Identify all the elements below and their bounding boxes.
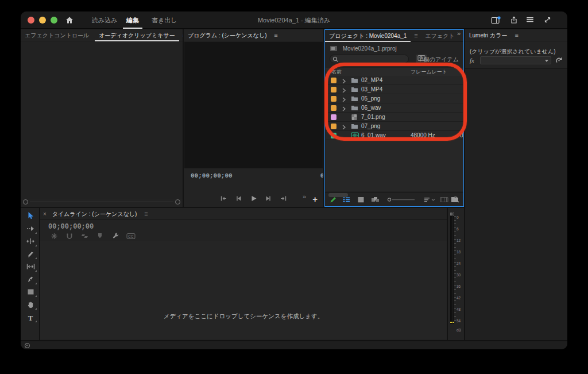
list-item[interactable]: 06_wav — [326, 103, 463, 113]
project-panel-tabs: プロジェクト : Movie0204a_1 ≡ エフェクト エッセン » — [325, 30, 463, 42]
timeline-settings-row: CC — [47, 232, 138, 240]
automate-to-sequence-icon[interactable] — [440, 196, 449, 205]
rectangle-tool[interactable] — [25, 288, 36, 298]
fullscreen-icon[interactable] — [544, 16, 551, 25]
zoom-slider[interactable] — [387, 196, 417, 205]
meter-label: 24 — [457, 261, 461, 265]
item-extra-clipped: 00 — [460, 131, 463, 140]
label-color-swatch[interactable] — [331, 87, 336, 92]
tab-timeline[interactable]: タイムライン : (シーケンスなし) — [51, 208, 141, 220]
add-button[interactable]: + — [312, 195, 318, 203]
pen-tool[interactable] — [25, 276, 36, 285]
list-item[interactable]: 02_MP4 — [326, 76, 463, 85]
panel-menu-icon[interactable]: ≡ — [513, 32, 520, 38]
search-input[interactable] — [330, 55, 409, 63]
step-back-button[interactable] — [235, 195, 242, 203]
panel-menu-icon[interactable]: ≡ — [272, 32, 279, 38]
tab-overflow-button[interactable]: » — [455, 30, 462, 37]
quick-export-icon[interactable] — [510, 16, 518, 25]
mixer-horizontal-scrollbar[interactable] — [23, 199, 180, 205]
clip-indicator-left — [450, 213, 452, 215]
razor-tool[interactable] — [25, 250, 36, 260]
fx-preset-dropdown[interactable] — [480, 56, 551, 64]
window-menu-icon[interactable] — [526, 16, 534, 24]
folder-icon — [351, 105, 358, 113]
add-marker-icon[interactable] — [93, 233, 107, 240]
project-toolbar — [325, 192, 463, 206]
transport-overflow-button[interactable]: » — [303, 193, 306, 200]
tab-export[interactable]: 書き出し — [148, 11, 181, 29]
sync-status-icon[interactable] — [25, 343, 30, 348]
close-panel-icon[interactable]: × — [40, 211, 49, 217]
scrollbar-left-handle[interactable] — [23, 199, 28, 205]
label-color-swatch[interactable] — [331, 105, 336, 111]
go-to-out-button[interactable] — [280, 195, 287, 203]
writable-pencil-icon[interactable] — [330, 196, 337, 205]
audio-meter-panel: 0 6 12 18 24 30 36 42 48 54 dB — [448, 208, 464, 340]
linked-selection-icon[interactable] — [78, 233, 92, 241]
label-color-swatch[interactable] — [331, 114, 336, 120]
label-color-swatch[interactable] — [331, 124, 336, 129]
label-color-swatch[interactable] — [331, 78, 336, 83]
tab-program-monitor[interactable]: プログラム : (シーケンスなし) — [184, 29, 271, 41]
tab-edit[interactable]: 編集 — [123, 11, 142, 29]
meter-peak-left — [450, 322, 452, 323]
breadcrumb[interactable]: Movie0204a_1.prproj — [330, 45, 397, 53]
meter-label: 42 — [457, 296, 461, 300]
slip-tool[interactable] — [25, 263, 36, 272]
close-window-button[interactable] — [28, 17, 34, 24]
home-icon[interactable] — [65, 16, 74, 25]
captions-cc-icon[interactable]: CC — [124, 233, 138, 241]
step-forward-button[interactable] — [265, 195, 272, 203]
scrollbar-right-handle[interactable] — [175, 199, 180, 205]
list-item[interactable]: 6_01.wav 48000 Hz 00 — [326, 131, 463, 140]
list-item[interactable]: 7_01.png — [326, 113, 463, 122]
tab-audio-clip-mixer[interactable]: オーディオクリップミキサー — [95, 29, 179, 41]
no-clip-message: (クリップが選択されていません) — [470, 48, 555, 56]
icon-view-icon[interactable] — [357, 196, 365, 205]
go-to-in-button[interactable] — [220, 195, 227, 203]
play-button[interactable] — [250, 195, 257, 203]
panel-menu-icon[interactable]: ≡ — [142, 210, 149, 217]
snap-magnet-icon[interactable] — [63, 233, 76, 241]
tab-effects[interactable]: エフェクト — [421, 30, 458, 42]
zoom-window-button[interactable] — [51, 17, 57, 24]
meter-label: 12 — [457, 238, 461, 242]
reset-effects-icon[interactable] — [555, 57, 563, 65]
label-color-swatch[interactable] — [331, 96, 336, 102]
new-bin-icon[interactable] — [451, 196, 459, 204]
insert-nest-icon[interactable] — [47, 233, 61, 241]
minimize-window-button[interactable] — [39, 17, 46, 24]
ripple-edit-tool[interactable] — [25, 238, 36, 247]
program-viewer — [184, 42, 323, 168]
list-item[interactable]: 03_MP4 — [326, 85, 463, 94]
column-name[interactable]: 名前 — [331, 68, 342, 76]
mixer-empty-area — [21, 42, 183, 199]
list-item[interactable]: 05_png — [326, 94, 463, 103]
list-item[interactable]: 07_png — [326, 122, 463, 131]
freeform-view-icon[interactable] — [371, 196, 380, 205]
label-color-swatch[interactable] — [331, 133, 336, 138]
hand-tool[interactable] — [25, 301, 36, 310]
tab-import[interactable]: 読み込み — [88, 11, 121, 29]
type-tool[interactable]: T — [25, 314, 36, 323]
sort-icons-icon[interactable] — [424, 196, 436, 205]
tab-effect-controls[interactable]: エフェクトコントロール — [21, 29, 93, 41]
selection-tool[interactable] — [25, 211, 36, 221]
timeline-settings-wrench-icon[interactable] — [109, 232, 122, 241]
svg-text:CC: CC — [128, 234, 134, 238]
column-framerate[interactable]: フレームレート — [411, 68, 447, 76]
track-select-forward-tool[interactable] — [25, 225, 36, 234]
folder-icon — [351, 77, 358, 86]
panel-menu-icon[interactable]: ≡ — [180, 32, 183, 38]
tab-project[interactable]: プロジェクト : Movie0204a_1 — [325, 30, 411, 42]
tab-lumetri-color[interactable]: Lumetri カラー — [465, 29, 512, 41]
program-timecode[interactable]: 00;00;00;00 — [191, 172, 233, 179]
workspace-icon[interactable] — [491, 16, 501, 25]
lumetri-content-area — [465, 68, 567, 340]
audio-clip-mixer-panel: エフェクトコントロール オーディオクリップミキサー ≡ — [21, 29, 183, 207]
timeline-timecode[interactable]: 00;00;00;00 — [48, 223, 94, 231]
timeline-drop-zone[interactable]: メディアをここにドロップしてシーケンスを作成します。 — [40, 241, 447, 339]
list-view-icon[interactable] — [342, 196, 350, 205]
panel-menu-icon[interactable]: ≡ — [412, 32, 419, 39]
